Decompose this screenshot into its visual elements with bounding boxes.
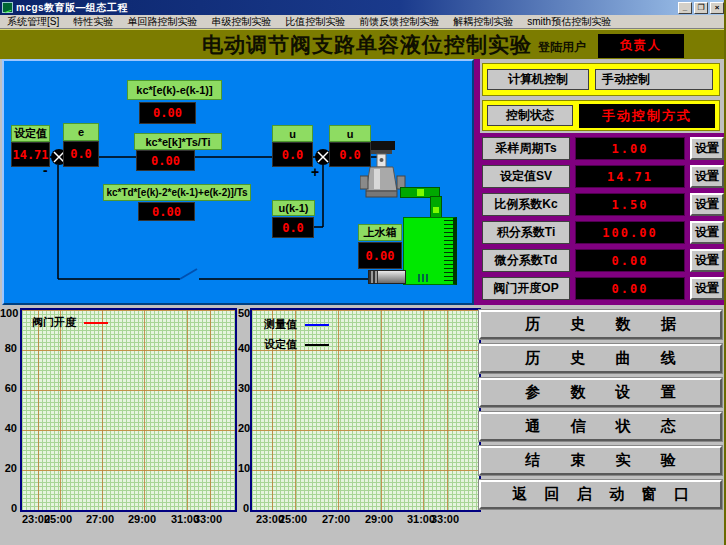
y-axis-left-tick: 80 <box>0 342 17 354</box>
param-value-display: 0.00 <box>575 277 685 300</box>
grid-major-vline <box>60 310 61 510</box>
restore-button[interactable]: ❐ <box>694 2 708 14</box>
nav-btn-char: 据 <box>661 315 676 334</box>
y-axis-left-tick: 20 <box>0 462 17 474</box>
close-button[interactable]: × <box>710 2 724 14</box>
nav-btn-char: 动 <box>609 485 624 504</box>
menu-item-7[interactable]: smith预估控制实验 <box>520 15 618 29</box>
x-axis-tick-right: 25:00 <box>279 513 307 525</box>
param-label-button[interactable]: 采样周期Ts <box>482 137 570 160</box>
valve-opening-chart: 阀门开度 <box>20 308 237 512</box>
deriv-term-display: 0.00 <box>138 202 195 221</box>
diff-term-display: 0.00 <box>139 102 196 124</box>
int-term-display: 0.00 <box>136 150 195 171</box>
param-set-button[interactable]: 设置 <box>690 137 724 160</box>
menu-item-5[interactable]: 前馈反馈控制实验 <box>352 15 446 29</box>
nav-btn-char: 历 <box>525 315 540 334</box>
menu-item-1[interactable]: 特性实验 <box>66 15 120 29</box>
legend-0: 阀门开度 <box>32 315 108 330</box>
error-display: 0.0 <box>63 141 99 167</box>
nav-btn-char: 口 <box>674 485 689 504</box>
menu-item-4[interactable]: 比值控制实验 <box>278 15 352 29</box>
param-value-display: 1.50 <box>575 193 685 216</box>
nav-return-start-window[interactable]: 返回启动窗口 <box>479 480 722 509</box>
u-valve-label: u <box>329 125 371 142</box>
manual-control-button[interactable]: 手动控制 <box>595 69 713 90</box>
int-term-label: kc*e[k]*Ts/Ti <box>134 133 222 150</box>
y-axis-right-tick: 20 <box>238 422 249 434</box>
legend-1: 设定值 <box>264 337 329 352</box>
deriv-term-label: kc*Td*[e(k)-2*e(k-1)+e(k-2)]/Ts <box>103 184 251 201</box>
nav-btn-char: 信 <box>570 417 585 436</box>
menu-item-0[interactable]: 系统管理[S] <box>0 15 66 29</box>
nav-btn-char: 曲 <box>616 349 631 368</box>
y-axis-right-tick: 0 <box>238 502 249 514</box>
param-set-button[interactable]: 设置 <box>690 165 724 188</box>
page-title: 电动调节阀支路单容液位控制实验 <box>202 31 532 59</box>
menu-item-2[interactable]: 单回路控制实验 <box>120 15 204 29</box>
nav-btn-char: 束 <box>570 451 585 470</box>
app-icon <box>2 2 13 13</box>
param-row-2: 比例系数Kc1.50设置 <box>482 193 724 216</box>
computer-control-button[interactable]: 计算机控制 <box>487 69 589 90</box>
menu-item-3[interactable]: 串级控制实验 <box>204 15 278 29</box>
param-label-button[interactable]: 积分系数Ti <box>482 221 570 244</box>
param-set-button[interactable]: 设置 <box>690 249 724 272</box>
param-label-button[interactable]: 设定值SV <box>482 165 570 188</box>
outlet-sensor-icon <box>368 270 406 284</box>
x-axis-tick-left: 33:00 <box>194 513 222 525</box>
trend-section: 阀门开度 测量值设定值 1008060402005040302010023:00… <box>0 307 726 545</box>
param-set-button[interactable]: 设置 <box>690 221 724 244</box>
control-status-label: 控制状态 <box>487 105 573 126</box>
param-label-button[interactable]: 微分系数Td <box>482 249 570 272</box>
nav-btn-char: 窗 <box>641 485 656 504</box>
param-label-button[interactable]: 比例系数Kc <box>482 193 570 216</box>
param-set-button[interactable]: 设置 <box>690 193 724 216</box>
nav-btn-char: 史 <box>570 349 585 368</box>
param-row-4: 微分系数Td0.00设置 <box>482 249 724 272</box>
tank-label: 上水箱 <box>358 224 402 241</box>
x-axis-tick-right: 29:00 <box>365 513 393 525</box>
grid-major-vline <box>187 310 188 510</box>
x-axis-tick-right: 27:00 <box>322 513 350 525</box>
nav-history-curve[interactable]: 历史曲线 <box>479 344 722 373</box>
nav-btn-char: 回 <box>545 485 560 504</box>
y-axis-right-tick: 40 <box>238 342 249 354</box>
nav-btn-char: 验 <box>661 451 676 470</box>
param-set-button[interactable]: 设置 <box>690 277 724 300</box>
error-label: e <box>63 123 99 141</box>
navigation-buttons: 历史数据历史曲线参数设置通信状态结束实验返回启动窗口 <box>479 310 722 509</box>
nav-param-settings[interactable]: 参数设置 <box>479 378 722 407</box>
param-value-display: 1.00 <box>575 137 685 160</box>
legend-color-line <box>305 324 329 326</box>
logged-user-display: 负责人 <box>598 34 684 58</box>
nav-btn-char: 状 <box>616 417 631 436</box>
nav-end-experiment[interactable]: 结束实验 <box>479 446 722 475</box>
upper-section: + - + + kc*[e(k)-e(k-1)] 0.00 设定值 14.71 … <box>0 59 726 307</box>
y-axis-left-tick: 0 <box>0 502 17 514</box>
minimize-button[interactable]: _ <box>678 2 692 14</box>
param-label-button[interactable]: 阀门开度OP <box>482 277 570 300</box>
x-axis-tick-right: 33:00 <box>431 513 459 525</box>
upper-water-tank <box>403 217 457 285</box>
u-valve-display: 0.0 <box>329 142 371 167</box>
grid-major-vline <box>447 310 448 510</box>
grid-major-vline <box>210 310 211 510</box>
nav-comm-status[interactable]: 通信状态 <box>479 412 722 441</box>
tank-scale <box>444 220 453 282</box>
y-axis-right-tick: 30 <box>238 382 249 394</box>
param-value-display: 100.00 <box>575 221 685 244</box>
nav-btn-char: 设 <box>616 383 631 402</box>
sum2-plus-bottom-sign: + <box>311 165 319 179</box>
nav-history-data[interactable]: 历史数据 <box>479 310 722 339</box>
legend-0: 测量值 <box>264 317 329 332</box>
title-bar[interactable]: mcgs教育版—组态工程 _ ❐ × <box>0 0 726 15</box>
legend-label: 测量值 <box>264 317 297 332</box>
nav-btn-char: 通 <box>525 417 540 436</box>
u-prev-display: 0.0 <box>272 217 314 238</box>
nav-btn-char: 史 <box>570 315 585 334</box>
control-status-display: 手动控制方式 <box>579 104 715 128</box>
param-row-5: 阀门开度OP0.00设置 <box>482 277 724 300</box>
menu-item-6[interactable]: 解耦控制实验 <box>446 15 520 29</box>
login-user-label: 登陆用户 <box>538 39 586 56</box>
